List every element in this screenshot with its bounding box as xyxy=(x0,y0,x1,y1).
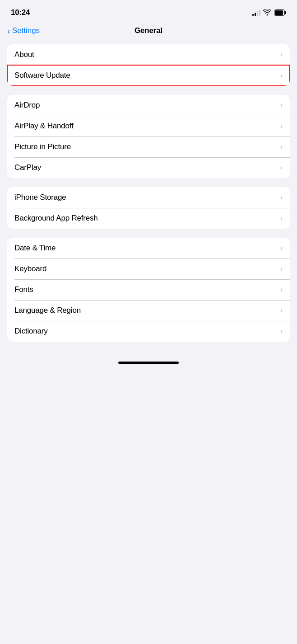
date-time-item[interactable]: Date & Time › xyxy=(7,238,290,259)
background-app-refresh-chevron-icon: › xyxy=(280,214,283,222)
background-app-refresh-label: Background App Refresh xyxy=(14,214,98,223)
home-indicator xyxy=(0,354,297,368)
dictionary-item[interactable]: Dictionary › xyxy=(7,321,290,342)
airdrop-item[interactable]: AirDrop › xyxy=(7,95,290,116)
picture-in-picture-item[interactable]: Picture in Picture › xyxy=(7,136,290,157)
battery-icon xyxy=(274,9,286,16)
software-update-label: Software Update xyxy=(14,71,70,80)
carplay-item[interactable]: CarPlay › xyxy=(7,157,290,178)
fonts-chevron-icon: › xyxy=(280,286,283,294)
airplay-handoff-label: AirPlay & Handoff xyxy=(14,122,73,131)
keyboard-chevron-icon: › xyxy=(280,265,283,273)
software-update-chevron-icon: › xyxy=(280,71,283,80)
wifi-icon xyxy=(263,9,271,16)
fonts-item[interactable]: Fonts › xyxy=(7,279,290,300)
carplay-chevron-icon: › xyxy=(280,164,283,172)
section-locale: Date & Time › Keyboard › Fonts › Languag… xyxy=(7,238,290,342)
svg-rect-2 xyxy=(275,10,283,15)
settings-content: About › Software Update › AirDrop › AirP… xyxy=(0,41,297,354)
fonts-label: Fonts xyxy=(14,285,33,294)
iphone-storage-label: iPhone Storage xyxy=(14,193,66,202)
status-icons xyxy=(252,9,286,16)
home-bar xyxy=(118,362,179,364)
picture-in-picture-chevron-icon: › xyxy=(280,143,283,151)
keyboard-item[interactable]: Keyboard › xyxy=(7,259,290,279)
dictionary-label: Dictionary xyxy=(14,327,48,336)
picture-in-picture-label: Picture in Picture xyxy=(14,142,71,151)
section-storage: iPhone Storage › Background App Refresh … xyxy=(7,187,290,229)
keyboard-label: Keyboard xyxy=(14,264,46,273)
airdrop-chevron-icon: › xyxy=(280,101,283,109)
airdrop-label: AirDrop xyxy=(14,101,40,110)
language-region-label: Language & Region xyxy=(14,306,81,315)
section-connectivity: AirDrop › AirPlay & Handoff › Picture in… xyxy=(7,95,290,178)
iphone-storage-chevron-icon: › xyxy=(280,193,283,202)
signal-icon xyxy=(252,9,260,16)
back-button[interactable]: ‹ Settings xyxy=(7,26,40,35)
background-app-refresh-item[interactable]: Background App Refresh › xyxy=(7,208,290,229)
about-label: About xyxy=(14,50,34,59)
status-bar: 10:24 xyxy=(0,0,297,23)
back-chevron-icon: ‹ xyxy=(7,26,10,35)
language-region-chevron-icon: › xyxy=(280,306,283,315)
section-about-update: About › Software Update › xyxy=(7,44,290,86)
nav-header: ‹ Settings General xyxy=(0,23,297,41)
iphone-storage-item[interactable]: iPhone Storage › xyxy=(7,187,290,208)
dictionary-chevron-icon: › xyxy=(280,327,283,335)
language-region-item[interactable]: Language & Region › xyxy=(7,300,290,321)
software-update-item[interactable]: Software Update › xyxy=(7,65,290,86)
back-label: Settings xyxy=(12,26,40,35)
status-time: 10:24 xyxy=(11,8,30,17)
about-chevron-icon: › xyxy=(280,51,283,59)
date-time-chevron-icon: › xyxy=(280,244,283,252)
page-title: General xyxy=(135,26,162,35)
about-item[interactable]: About › xyxy=(7,44,290,65)
svg-rect-1 xyxy=(285,11,286,14)
airplay-handoff-item[interactable]: AirPlay & Handoff › xyxy=(7,116,290,136)
carplay-label: CarPlay xyxy=(14,163,41,172)
airplay-handoff-chevron-icon: › xyxy=(280,122,283,130)
date-time-label: Date & Time xyxy=(14,244,56,253)
